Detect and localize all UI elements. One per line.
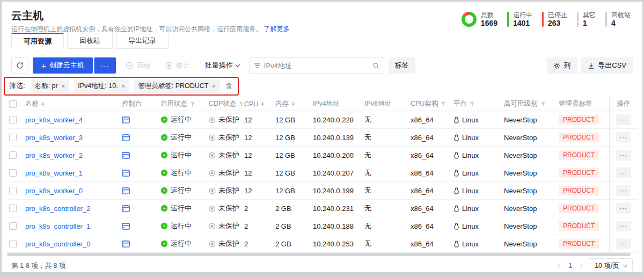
row-actions-button[interactable]: ··· (616, 238, 631, 249)
row-checkbox[interactable] (9, 240, 17, 247)
row-actions-button[interactable]: ··· (616, 150, 631, 161)
column-header-cdp-state[interactable]: CDP状态 (207, 99, 242, 108)
cpu-arch-value: x86_64 (411, 169, 434, 177)
row-actions-button[interactable]: ··· (616, 114, 631, 125)
current-page-number[interactable]: 1 (568, 262, 572, 269)
vm-name-link[interactable]: pro_k8s_worker_0 (25, 187, 83, 195)
tab-recycle-bin[interactable]: 回收站 (67, 33, 113, 49)
export-csv-button[interactable]: 导出CSV (581, 57, 633, 74)
stat-value: 1401 (513, 19, 532, 27)
stat-label: 运行中 (513, 11, 532, 19)
tab-export-records[interactable]: 导出记录 (116, 33, 169, 49)
tag-button[interactable]: 标签 (389, 57, 415, 74)
cpu-value: 12 (244, 116, 252, 124)
batch-operations-button[interactable]: 批量操作 (200, 57, 245, 74)
column-header-power-state[interactable]: 启用状态 (158, 99, 207, 108)
column-header-cpu-arch[interactable]: CPU架构 (408, 99, 451, 108)
column-header-ha-level[interactable]: 高可用级别 (502, 99, 557, 108)
column-header-memory[interactable]: 内存 (273, 99, 311, 108)
cdp-state-text: 未保护 (218, 115, 239, 125)
memory-value: 2 GB (275, 222, 291, 230)
create-vm-button[interactable]: + 创建云主机 (33, 57, 93, 74)
console-icon[interactable] (122, 152, 130, 159)
row-actions-button[interactable]: ··· (616, 167, 631, 178)
vm-name-link[interactable]: pro_k8s_worker_3 (25, 134, 83, 142)
vm-name-link[interactable]: pro_k8s_controller_0 (25, 240, 90, 248)
column-header-cpu[interactable]: CPU (242, 100, 273, 108)
admin-tag-badge: PRODUCT (559, 239, 599, 249)
console-icon[interactable] (122, 240, 130, 247)
row-checkbox[interactable] (9, 222, 17, 230)
row-checkbox[interactable] (9, 169, 17, 177)
row-checkbox[interactable] (9, 187, 17, 194)
ipv6-value: 无 (364, 115, 371, 125)
clear-filters-button[interactable] (225, 83, 232, 90)
search-box (249, 57, 384, 74)
refresh-button[interactable] (11, 57, 28, 74)
console-icon[interactable] (122, 116, 130, 123)
power-state-text: 运行中 (171, 221, 192, 231)
console-icon[interactable] (122, 223, 130, 230)
row-checkbox[interactable] (9, 116, 17, 123)
create-more-button[interactable]: ··· (94, 57, 116, 74)
columns-button[interactable]: 列 (547, 57, 577, 74)
cdp-state-text: 未保护 (218, 203, 239, 213)
console-icon[interactable] (122, 134, 130, 141)
filter-chip-text: 管理员标签: PRODUCT (138, 82, 208, 91)
stop-button[interactable]: 停止 (160, 57, 195, 74)
unprotected-shield-icon (209, 187, 216, 194)
stat-label: 其它 (583, 11, 596, 19)
cpu-arch-value: x86_64 (411, 187, 434, 195)
stat-value: 4 (611, 19, 631, 27)
row-actions-button[interactable]: ··· (616, 221, 631, 231)
row-checkbox[interactable] (9, 134, 17, 141)
vm-stats: 总数 1669 运行中 1401 已停止 263 (462, 11, 631, 27)
learn-more-link[interactable]: 了解更多 (264, 25, 290, 33)
vm-name-link[interactable]: pro_k8s_worker_1 (25, 169, 83, 177)
select-all-checkbox[interactable] (9, 100, 17, 108)
vm-name-link[interactable]: pro_k8s_controller_2 (25, 205, 90, 213)
page-size-select[interactable]: 10 项/页 (589, 258, 633, 272)
filter-chips: 名称: pr × IPv4地址: 10. × 管理员标签: PRODUCT × (31, 79, 220, 93)
memory-value: 12 GB (275, 116, 295, 124)
cpu-arch-value: x86_64 (411, 134, 434, 142)
running-status-icon (160, 151, 168, 159)
row-actions-button[interactable]: ··· (616, 185, 631, 196)
filter-chip: IPv4地址: 10. × (74, 79, 129, 93)
column-header-actions: 操作 (609, 97, 637, 111)
console-icon[interactable] (122, 170, 130, 177)
cpu-arch-value: x86_64 (411, 240, 434, 248)
tab-available-resources[interactable]: 可用资源 (11, 33, 64, 49)
vm-name-link[interactable]: pro_k8s_worker_2 (25, 151, 83, 159)
search-input[interactable] (264, 62, 369, 70)
start-button[interactable]: 启动 (120, 57, 156, 74)
power-state-text: 运行中 (171, 115, 192, 125)
row-actions-button[interactable]: ··· (616, 132, 631, 143)
search-icon[interactable] (372, 62, 379, 69)
running-status-icon (160, 222, 168, 230)
vm-name-link[interactable]: pro_k8s_controller_1 (25, 222, 90, 230)
column-header-platform[interactable]: 平台 (451, 99, 502, 108)
column-header-name[interactable]: 名称 (23, 99, 120, 108)
cdp-state-text: 未保护 (218, 221, 239, 231)
running-status-icon (160, 187, 168, 194)
next-page-button[interactable] (578, 263, 583, 268)
chip-close-icon[interactable]: × (211, 83, 216, 90)
prev-page-button[interactable] (558, 263, 563, 268)
row-actions-button[interactable]: ··· (616, 203, 631, 214)
stat-running: 运行中 1401 (507, 11, 532, 27)
chip-close-icon[interactable]: × (121, 83, 126, 90)
vm-name-link[interactable]: pro_k8s_worker_4 (25, 116, 83, 124)
chip-close-icon[interactable]: × (61, 83, 65, 90)
console-icon[interactable] (122, 187, 130, 194)
stat-value: 1 (583, 19, 596, 27)
linux-penguin-icon (453, 170, 459, 177)
ipv6-value: 无 (364, 239, 371, 249)
running-status-icon (160, 205, 168, 212)
console-icon[interactable] (122, 205, 130, 212)
row-checkbox[interactable] (9, 205, 17, 212)
ha-level-value: NeverStop (504, 187, 537, 195)
play-circle-icon (126, 62, 133, 69)
ha-level-value: NeverStop (504, 116, 537, 124)
row-checkbox[interactable] (9, 151, 17, 159)
